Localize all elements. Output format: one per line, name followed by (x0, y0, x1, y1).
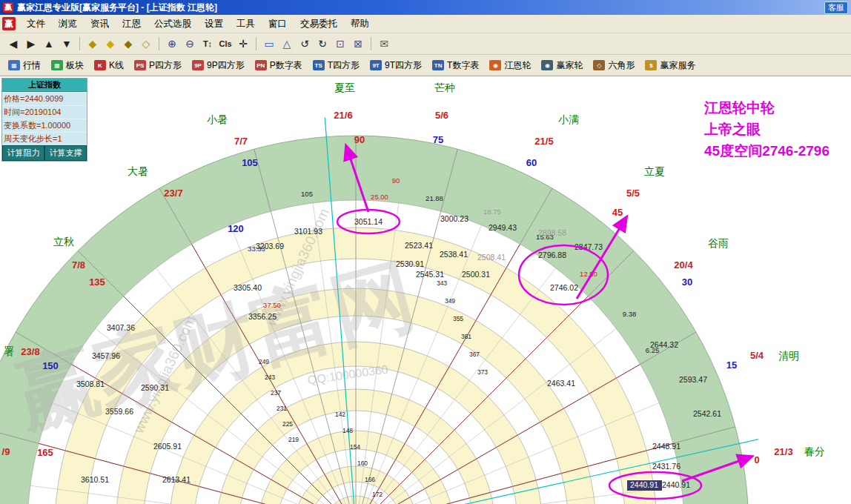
solar-term-label: 立秋 (53, 236, 74, 248)
pan-icon[interactable]: ✛ (235, 36, 251, 52)
toolbar-label: P四方形 (149, 59, 182, 72)
degree-label: 75 (433, 134, 443, 145)
menu-文件[interactable]: 文件 (20, 18, 52, 30)
quotes-icon: ▦ (8, 60, 20, 70)
menu-设置[interactable]: 设置 (198, 18, 230, 30)
up-icon[interactable]: ▲ (41, 36, 57, 52)
down-icon[interactable]: ▼ (59, 36, 75, 52)
app-window: 赢 赢家江恩专业版[赢家服务平台] - [上证指数 江恩轮] 客服 赢 文件浏览… (0, 0, 851, 504)
degree-label: 90 (354, 134, 365, 145)
solar-term-label: 小满 (558, 113, 579, 125)
wheel-percent-value: 25.00 (371, 193, 388, 201)
wheel-price-value: 2590.31 (141, 383, 169, 392)
support-button[interactable]: 客服 (824, 1, 848, 14)
drawing-toolbar: ◀▶▲▼◆◆◆◇⊕⊖T↕Cls✛▭△↺↻⊡⊠✉ (0, 33, 851, 55)
solar-term-label: 立夏 (644, 165, 665, 177)
nine-t-square-icon: 9T (370, 60, 382, 70)
t-square-button[interactable]: TST四方形 (308, 56, 365, 74)
winner-wheel-icon: ◉ (541, 60, 553, 70)
toolbar-label: 六角形 (608, 59, 635, 72)
wheel-cell-value: 237 (271, 389, 281, 397)
wheel-cell-value: 172 (372, 491, 383, 498)
toolbar-label: 江恩轮 (504, 59, 531, 72)
p-number-button[interactable]: PNP数字表 (250, 56, 308, 74)
diamond-tool-2-icon[interactable]: ◆ (102, 36, 119, 52)
wheel-cell-value: 361 (461, 333, 471, 340)
wheel-price-value: 2508.41 (477, 253, 506, 262)
p-square-button[interactable]: PSP四方形 (129, 56, 187, 74)
wheel-price-value: 3508.81 (76, 379, 105, 388)
t-number-icon: TN (432, 60, 444, 70)
hexagon-button[interactable]: ◇六角形 (588, 56, 640, 74)
wheel-price-value: 2538.41 (440, 250, 468, 259)
menu-items: 文件浏览资讯江恩公式选股设置工具窗口交易委托帮助 (20, 18, 376, 30)
toolbar-separator (159, 37, 159, 50)
wheel-price-value: 3356.25 (248, 312, 277, 321)
function-toolbar: ▦行情▦板块KK线PSP四方形9P9P四方形PNP数字表TST四方形9T9T四方… (0, 55, 851, 76)
menu-帮助[interactable]: 帮助 (344, 18, 376, 30)
wheel-percent-value: 105 (301, 190, 313, 198)
gann-wheel-icon: ◉ (489, 60, 501, 70)
nine-p-square-icon: 9P (192, 60, 204, 70)
wheel-cell-value: 166 (365, 476, 375, 483)
calc-resistance-button[interactable]: 计算阻力 (2, 145, 44, 161)
solar-term-label: 春分 (804, 445, 825, 457)
back-icon[interactable]: ◀ (5, 36, 21, 52)
cls-button[interactable]: Cls (217, 36, 234, 52)
service-button[interactable]: $赢家服务 (640, 56, 701, 74)
price-row: 价格=2440.9099 (2, 92, 87, 105)
quotes-button[interactable]: ▦行情 (3, 56, 46, 74)
forward-icon[interactable]: ▶ (23, 36, 39, 52)
wheel-price-value: 2448.91 (652, 442, 681, 451)
annotation-line-1: 江恩轮中轮 (704, 97, 830, 119)
zoom-in-icon[interactable]: ⊕ (164, 36, 180, 52)
nine-p-square-button[interactable]: 9P9P四方形 (187, 56, 250, 74)
diamond-tool-4-icon[interactable]: ◇ (138, 36, 154, 52)
wheel-price-value: 2746.02 (550, 283, 578, 292)
t-scale-icon[interactable]: T↕ (199, 36, 216, 52)
solar-term-label: 夏至 (334, 82, 355, 93)
t-square-icon: TS (313, 60, 325, 70)
toolbar-label: 行情 (23, 59, 41, 72)
wheel-price-value: 2613.41 (162, 475, 191, 484)
menu-浏览[interactable]: 浏览 (52, 18, 84, 30)
zoom-out-icon[interactable]: ⊖ (182, 36, 198, 52)
service-icon: $ (645, 60, 657, 70)
select-area-icon[interactable]: ⊡ (332, 36, 348, 52)
kline-button[interactable]: KK线 (89, 56, 129, 74)
diamond-tool-3-icon[interactable]: ◆ (120, 36, 136, 52)
rect-tool-icon[interactable]: ▭ (261, 36, 277, 52)
clear-area-icon[interactable]: ⊠ (350, 36, 366, 52)
degree-label: 135 (89, 276, 105, 288)
solar-term-label: 清明 (778, 350, 799, 362)
diamond-tool-1-icon[interactable]: ◆ (85, 36, 101, 52)
menu-江恩[interactable]: 江恩 (116, 18, 148, 30)
nine-t-square-button[interactable]: 9T9T四方形 (365, 56, 427, 74)
menu-资讯[interactable]: 资讯 (84, 18, 116, 30)
wheel-price-value: 3305.40 (234, 283, 262, 292)
gann-wheel-button[interactable]: ◉江恩轮 (484, 56, 536, 74)
menu-窗口[interactable]: 窗口 (262, 18, 294, 30)
rotate-left-icon[interactable]: ↺ (297, 36, 313, 52)
message-icon[interactable]: ✉ (376, 36, 392, 52)
sectors-button[interactable]: ▦板块 (46, 56, 89, 74)
wheel-cell-value: 160 (357, 460, 368, 467)
wheel-price-value: 3457.96 (92, 351, 120, 360)
toolbar-label: 赢家轮 (556, 59, 583, 72)
calc-support-button[interactable]: 计算支撑 (44, 145, 87, 161)
rotate-right-icon[interactable]: ↻ (314, 36, 331, 52)
wheel-price-value: 2530.91 (396, 259, 424, 268)
winner-wheel-button[interactable]: ◉赢家轮 (536, 56, 588, 74)
date-label: 5/4 (750, 350, 764, 361)
wheel-cell-value: 154 (350, 443, 360, 451)
menu-交易委托[interactable]: 交易委托 (294, 18, 344, 30)
annotation-line-3: 45度空间2746-2796 (704, 140, 830, 162)
triangle-tool-icon[interactable]: △ (279, 36, 295, 52)
menu-公式选股[interactable]: 公式选股 (148, 18, 198, 30)
menu-工具[interactable]: 工具 (230, 18, 262, 30)
gann-annotation: 江恩轮中轮 上帝之眼 45度空间2746-2796 (704, 97, 830, 162)
t-number-button[interactable]: TNT数字表 (427, 56, 484, 74)
wheel-price-value: 2545.31 (416, 270, 444, 279)
window-title: 赢家江恩专业版[赢家服务平台] - [上证指数 江恩轮] (17, 1, 821, 14)
annotation-line-2: 上帝之眼 (704, 119, 830, 140)
